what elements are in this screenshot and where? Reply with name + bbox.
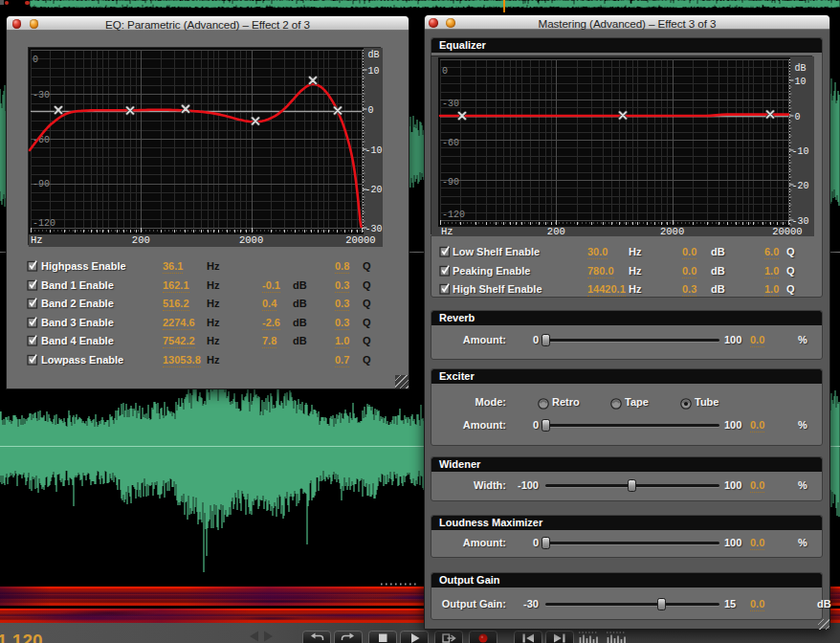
svg-text:-20: -20 xyxy=(792,181,809,191)
svg-text:-120: -120 xyxy=(442,210,465,220)
svg-text:0: 0 xyxy=(442,66,448,77)
svg-text:20000: 20000 xyxy=(345,234,376,246)
svg-text:Hz: Hz xyxy=(441,226,453,237)
svg-text:0: 0 xyxy=(33,55,38,65)
svg-text:Hz: Hz xyxy=(31,234,43,246)
svg-text:-90: -90 xyxy=(33,179,50,189)
svg-text:-10: -10 xyxy=(792,146,809,157)
svg-text:10: 10 xyxy=(368,66,380,77)
svg-text:-30: -30 xyxy=(365,224,383,234)
svg-text:-120: -120 xyxy=(33,218,55,229)
svg-text:2000: 2000 xyxy=(239,234,263,246)
svg-text:2000: 2000 xyxy=(660,226,684,237)
svg-text:0: 0 xyxy=(368,105,374,116)
svg-text:200: 200 xyxy=(547,226,565,237)
svg-text:-30: -30 xyxy=(33,90,50,100)
svg-text:dB: dB xyxy=(368,50,380,60)
svg-text:-30: -30 xyxy=(442,99,459,109)
svg-text:-20: -20 xyxy=(365,185,383,195)
svg-text:dB: dB xyxy=(795,63,807,74)
svg-text:200: 200 xyxy=(132,234,150,246)
svg-text:10: 10 xyxy=(795,77,807,87)
svg-text:0: 0 xyxy=(795,112,801,122)
svg-text:-90: -90 xyxy=(442,177,459,188)
svg-text:-60: -60 xyxy=(442,138,459,148)
svg-text:20000: 20000 xyxy=(772,226,803,237)
svg-text:-10: -10 xyxy=(365,145,383,156)
